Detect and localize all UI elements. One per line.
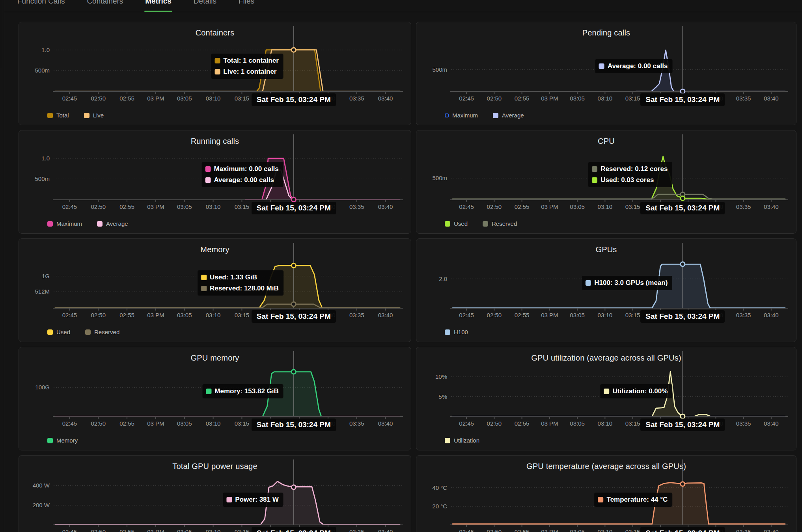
- legend-swatch: [84, 113, 90, 118]
- tooltip-series-chip: [586, 280, 591, 286]
- tab-function-calls[interactable]: Function Calls: [17, 0, 65, 12]
- tooltip-series-chip: [201, 286, 207, 291]
- legend-item-live[interactable]: Live: [84, 112, 104, 119]
- x-axis-label: 03 PM: [541, 203, 558, 210]
- legend-item-memory[interactable]: Memory: [47, 437, 78, 444]
- chart-card-gpu_power: Total GPU power usage400 W200 W02:4502:5…: [19, 455, 411, 532]
- tooltip-row: Live: 1 container: [214, 68, 278, 76]
- legend-item-reserved[interactable]: Reserved: [85, 329, 119, 335]
- tooltip-text: Average: 0.00 calls: [608, 62, 668, 70]
- legend-swatch: [493, 113, 498, 118]
- panel-divider: [4, 0, 4, 532]
- x-axis-label: 03:10: [206, 203, 221, 210]
- legend-label: Live: [93, 112, 104, 119]
- chart-plot-area[interactable]: [416, 347, 796, 420]
- x-axis-label: 03:35: [736, 420, 751, 427]
- series-tooltip: Memory: 153.82 GiB: [202, 384, 283, 398]
- x-axis-label: 02:55: [515, 312, 530, 318]
- crosshair-marker: [291, 485, 296, 489]
- y-axis-label: 100G: [19, 384, 50, 391]
- chart-plot-area[interactable]: [416, 456, 796, 528]
- legend-item-used[interactable]: Used: [47, 329, 70, 335]
- tab-containers[interactable]: Containers: [87, 0, 123, 12]
- crosshair-date-tooltip: Sat Feb 15, 03:24 PM: [252, 202, 336, 214]
- x-axis-label: 02:50: [91, 528, 106, 532]
- x-axis-label: 02:45: [459, 420, 474, 427]
- x-axis-label: 03:35: [349, 95, 364, 102]
- x-axis-label: 03:40: [378, 528, 393, 532]
- crosshair-date-tooltip: Sat Feb 15, 03:24 PM: [640, 419, 725, 431]
- x-axis-label: 02:55: [119, 528, 134, 532]
- x-axis-label: 03:40: [764, 312, 779, 318]
- legend-label: Reserved: [94, 329, 119, 335]
- x-axis-label: 03:05: [570, 528, 585, 532]
- legend-item-maximum[interactable]: Maximum: [47, 220, 82, 227]
- legend-item-h100[interactable]: H100: [445, 329, 468, 335]
- chart-plot-area[interactable]: [416, 239, 796, 311]
- crosshair-date-tooltip: Sat Feb 15, 03:24 PM: [252, 310, 336, 323]
- x-axis-label: 02:50: [487, 528, 502, 532]
- x-axis-label: 03 PM: [147, 528, 164, 532]
- tooltip-row: Memory: 153.82 GiB: [206, 387, 279, 395]
- x-axis-label: 03:15: [625, 95, 640, 102]
- series-tooltip: Temperature: 44 °C: [595, 493, 673, 507]
- header-separator: [4, 12, 802, 12]
- tooltip-text: Used: 1.33 GiB: [210, 273, 257, 281]
- tab-label: Files: [239, 0, 254, 5]
- crosshair-marker: [291, 48, 296, 52]
- x-axis-label: 03:05: [177, 312, 192, 318]
- x-axis-label: 03:35: [736, 203, 751, 210]
- x-axis-label: 03 PM: [147, 203, 164, 210]
- tooltip-row: Maximum: 0.00 calls: [205, 165, 278, 173]
- tooltip-text: Utilization: 0.00%: [613, 387, 668, 395]
- crosshair-date-tooltip: Sat Feb 15, 03:24 PM: [640, 93, 725, 106]
- chart-plot-area[interactable]: [19, 456, 411, 528]
- x-axis-label: 03:05: [570, 95, 585, 102]
- x-axis-label: 02:50: [91, 312, 106, 318]
- tab-details[interactable]: Details: [194, 0, 216, 12]
- x-axis-label: 02:50: [487, 420, 502, 427]
- x-axis-label: 03:15: [235, 420, 250, 427]
- legend-item-total[interactable]: Total: [47, 112, 69, 119]
- y-axis-label: 10%: [416, 373, 447, 380]
- x-axis-label: 03:35: [736, 312, 751, 318]
- x-axis-label: 03:15: [235, 95, 250, 102]
- x-axis-label: 02:50: [487, 95, 502, 102]
- x-axis-label: 03:40: [378, 203, 393, 210]
- crosshair-marker: [681, 482, 685, 486]
- tab-bar: Function Calls Containers Metrics Detail…: [0, 0, 802, 12]
- chart-card-memory: Memory1G512M02:4502:5002:5503 PM03:0503:…: [19, 238, 411, 342]
- x-axis-label: 02:50: [91, 420, 106, 427]
- x-axis-label: 02:45: [62, 203, 77, 210]
- legend-item-reserved[interactable]: Reserved: [483, 220, 517, 227]
- x-axis-label: 03:05: [570, 203, 585, 210]
- legend-item-average[interactable]: Average: [493, 112, 524, 119]
- y-axis-label: 1.0: [19, 47, 50, 53]
- tab-files[interactable]: Files: [239, 0, 254, 12]
- legend-label: Maximum: [452, 112, 478, 119]
- x-axis-label: 03:05: [177, 420, 192, 427]
- x-axis-label: 03:10: [206, 420, 221, 427]
- legend-item-utilization[interactable]: Utilization: [445, 437, 479, 444]
- chart-plot-area[interactable]: [19, 347, 411, 420]
- tab-label: Containers: [87, 0, 123, 5]
- y-axis-label: 5%: [416, 393, 447, 400]
- tab-metrics[interactable]: Metrics: [145, 0, 172, 12]
- x-axis-label: 03:35: [736, 95, 751, 102]
- legend-item-average[interactable]: Average: [97, 220, 128, 227]
- x-axis-label: 02:45: [459, 203, 474, 210]
- x-axis-label: 02:55: [515, 95, 530, 102]
- x-axis-label: 03:10: [598, 420, 613, 427]
- tooltip-series-chip: [214, 58, 220, 63]
- legend-item-maximum[interactable]: Maximum: [445, 112, 478, 119]
- x-axis-label: 02:45: [459, 312, 474, 318]
- crosshair-marker: [681, 262, 685, 266]
- series-tooltip: Total: 1 containerLive: 1 container: [211, 54, 283, 79]
- chart-plot-area[interactable]: [416, 22, 796, 95]
- x-axis-label: 03:05: [570, 420, 585, 427]
- legend-swatch: [47, 221, 53, 227]
- legend-item-used[interactable]: Used: [445, 220, 468, 227]
- x-axis-label: 02:45: [62, 312, 77, 318]
- tooltip-text: Maximum: 0.00 calls: [214, 165, 278, 173]
- legend-label: Utilization: [454, 437, 479, 444]
